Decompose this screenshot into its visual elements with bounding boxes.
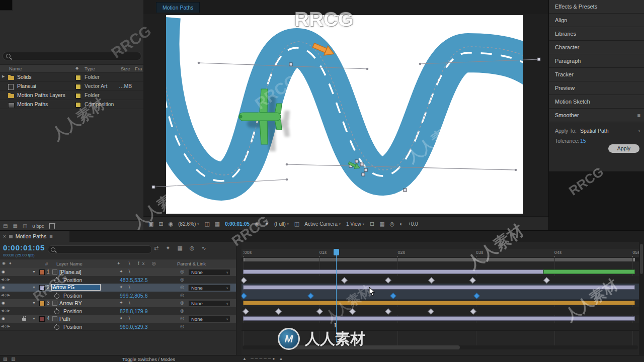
ruler-tick[interactable]: 03s <box>476 250 484 255</box>
layer-duration-row[interactable] <box>242 268 639 277</box>
keyframe-diamond[interactable] <box>349 308 356 315</box>
property-value[interactable]: 960.0,529.3 <box>120 324 147 330</box>
property-row-position[interactable]: ◀◇▶Position828.8,179.9◎ <box>0 307 242 316</box>
next-keyframe-icon[interactable]: ▶ <box>8 293 11 297</box>
column-size[interactable]: Size <box>121 66 130 71</box>
toggle-switches-modes-button[interactable]: Toggle Switches / Modes <box>122 356 175 362</box>
column-fra[interactable]: Fra <box>135 66 142 71</box>
draft-3d-icon[interactable]: ✦ <box>166 245 170 251</box>
resolution-select[interactable]: (Full) ∨ <box>274 221 289 227</box>
layer-bar[interactable] <box>543 269 635 274</box>
layer-bar[interactable] <box>243 269 543 274</box>
composition-canvas[interactable] <box>143 14 548 216</box>
fast-previews-icon[interactable]: ✦ <box>265 221 269 227</box>
trash-icon[interactable] <box>49 224 55 229</box>
label-chip[interactable] <box>75 93 81 99</box>
stopwatch-icon[interactable] <box>54 325 59 330</box>
visibility-eye-icon[interactable]: ◉ <box>2 301 5 305</box>
region-of-interest-icon[interactable]: ◫ <box>294 221 299 227</box>
expand-triangle-icon[interactable]: ▼ <box>32 301 36 305</box>
label-chip[interactable] <box>39 301 45 306</box>
ruler-tick[interactable]: 04s <box>554 250 562 255</box>
panel-tab-libraries[interactable]: Libraries <box>549 27 644 41</box>
keyframe-diamond[interactable] <box>307 293 314 299</box>
panel-tab-character[interactable]: Character <box>549 41 644 54</box>
quality-switch-icon[interactable]: ✦ <box>119 285 123 290</box>
parent-dropdown[interactable]: None∨ <box>188 300 230 307</box>
project-item-solids[interactable]: ▶SolidsFolder <box>0 73 143 82</box>
expand-layers-icon[interactable]: ▤ <box>3 356 8 361</box>
layer-name-input[interactable]: Arrow PG <box>51 284 101 291</box>
current-time-indicator-line[interactable] <box>336 255 337 342</box>
scrollbar-thumb[interactable] <box>282 345 460 349</box>
new-composition-icon[interactable]: ◫ <box>23 223 27 229</box>
channels-icon[interactable]: ▦ <box>379 221 384 227</box>
keyframe-row[interactable] <box>242 307 639 316</box>
expander-icon[interactable]: ▶ <box>2 74 5 78</box>
project-item-motion-paths[interactable]: Motion PathsComposition <box>0 100 143 109</box>
next-keyframe-icon[interactable]: ▶ <box>8 324 11 328</box>
layer-bar[interactable] <box>243 316 635 321</box>
layer-bar[interactable] <box>243 301 635 305</box>
project-bit-depth[interactable]: 8 bpc <box>32 223 44 229</box>
layer-row-4[interactable]: ◉▼4Path✦∖◎None∨ <box>0 315 242 323</box>
layer-name-column[interactable]: Layer Name <box>56 261 83 266</box>
keyframe-diamond[interactable] <box>316 308 323 315</box>
lock-icon[interactable] <box>22 318 26 321</box>
graph-editor-icon[interactable]: ∿ <box>201 245 206 251</box>
pick-whip-icon[interactable]: ◎ <box>180 269 184 274</box>
parent-link-column[interactable]: Parent & Link <box>177 261 206 266</box>
stopwatch-icon[interactable] <box>54 278 59 283</box>
layer-duration-row[interactable] <box>242 299 639 308</box>
magnification-select[interactable]: (82.6%) ∨ <box>178 221 199 227</box>
panel-tab-paragraph[interactable]: Paragraph <box>549 54 644 68</box>
pick-whip-icon[interactable]: ◎ <box>180 285 184 290</box>
visibility-eye-icon[interactable]: ◉ <box>2 285 5 290</box>
panel-tab-effects-presets[interactable]: Effects & Presets <box>549 0 644 14</box>
ruler-tick[interactable]: :00s <box>243 250 252 255</box>
next-keyframe-icon[interactable]: ▶ <box>8 309 11 312</box>
project-column-headers[interactable]: Name ◆ Type Size Fra <box>0 64 143 73</box>
panel-menu-icon[interactable]: ≡ <box>49 233 52 239</box>
property-value[interactable]: 999.2,805.6 <box>120 293 147 299</box>
expand-triangle-icon[interactable]: ▼ <box>32 286 36 289</box>
label-column-icon[interactable]: ◆ <box>75 66 78 70</box>
time-ruler[interactable]: :00s01s02s03s04s05s <box>242 249 639 257</box>
interpret-footage-icon[interactable]: ▤ <box>3 223 8 229</box>
panel-tab-align[interactable]: Align <box>549 14 644 27</box>
pick-whip-icon[interactable]: ◎ <box>180 308 184 313</box>
keyframe-diamond[interactable] <box>341 277 348 284</box>
view-options-icon[interactable]: ▣ <box>148 221 153 227</box>
keyframe-diamond[interactable] <box>243 308 250 315</box>
layer-bar[interactable] <box>243 285 635 290</box>
pick-whip-icon[interactable]: ◎ <box>180 293 184 298</box>
property-value[interactable]: 828.8,179.9 <box>120 308 147 314</box>
label-chip[interactable] <box>39 316 45 322</box>
stopwatch-icon[interactable] <box>54 309 59 314</box>
frame-blend-icon[interactable]: ▦ <box>177 245 182 251</box>
3d-view-select[interactable]: Active Camera ∨ <box>304 221 341 227</box>
column-type[interactable]: Type <box>85 66 95 71</box>
composition-mini-flowchart-icon[interactable]: ⇄ <box>154 245 158 251</box>
mask-visibility-icon[interactable]: ◉ <box>169 221 174 227</box>
project-search-input[interactable] <box>3 52 141 60</box>
expand-switches-icon[interactable]: ▥ <box>11 356 16 361</box>
quality-switch-icon[interactable]: ✦ <box>119 269 123 274</box>
quality-best-icon[interactable]: ∖ <box>128 300 131 305</box>
keyframe-row[interactable] <box>242 323 639 331</box>
visibility-eye-icon[interactable]: ◉ <box>2 269 5 274</box>
playhead-handle[interactable] <box>334 249 339 255</box>
pick-whip-icon[interactable]: ◎ <box>180 316 184 321</box>
panel-tab-motion-sketch[interactable]: Motion Sketch <box>549 95 644 109</box>
exposure-icon[interactable]: ◐ <box>399 221 403 227</box>
tab-motion-paths[interactable]: Motion Paths <box>156 2 200 13</box>
keyframe-diamond[interactable] <box>242 293 247 299</box>
property-row-position[interactable]: ◀◇▶Position999.2,805.6◎ <box>0 292 242 300</box>
project-item-motion-paths-layers[interactable]: Motion Paths LayersFolder <box>0 91 143 100</box>
keyframe-diamond[interactable] <box>544 277 550 284</box>
label-chip[interactable] <box>75 75 81 80</box>
ruler-tick[interactable]: 05s <box>632 250 639 255</box>
current-timecode[interactable]: 0:00:01:05 <box>3 243 45 252</box>
ruler-tick[interactable]: 01s <box>319 250 327 255</box>
work-area[interactable] <box>242 258 639 261</box>
